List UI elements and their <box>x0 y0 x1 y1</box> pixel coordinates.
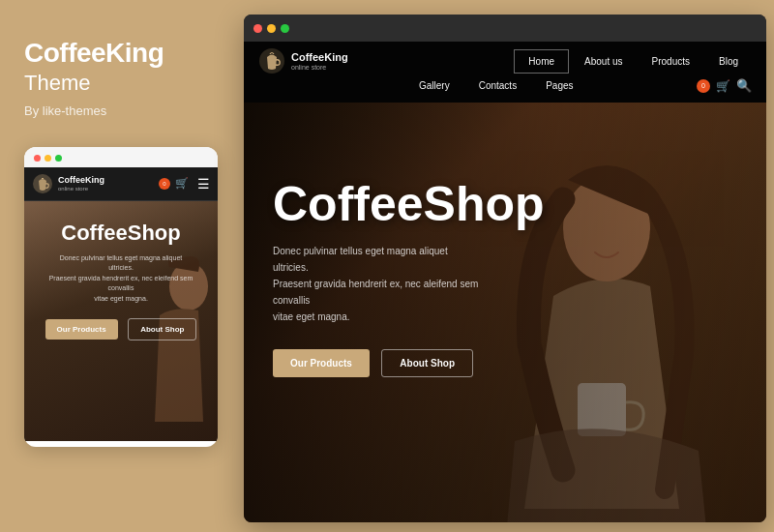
desktop-brand-name: CoffeeKing <box>291 51 348 63</box>
mobile-dot-red <box>34 155 41 162</box>
brand-title: CoffeeKing <box>24 39 164 69</box>
mobile-dot-yellow <box>45 155 51 162</box>
desktop-hero: CoffeeShop Donec pulvinar tellus eget ma… <box>244 103 766 522</box>
mobile-hamburger-icon[interactable]: ☰ <box>197 176 210 192</box>
brand-subtitle: Theme <box>24 71 90 96</box>
desktop-products-button[interactable]: Our Products <box>273 349 370 377</box>
mobile-cart-area: 0 🛒 ☰ <box>159 176 210 192</box>
desktop-dot-yellow <box>267 24 276 33</box>
desktop-nav-pages[interactable]: Pages <box>532 74 586 97</box>
desktop-nav-top: CoffeeKing online store Home About us Pr… <box>244 42 766 74</box>
mobile-navbar: CoffeeKing online store 0 🛒 ☰ <box>24 167 218 201</box>
desktop-nav-about[interactable]: About us <box>571 50 636 73</box>
mobile-cart-badge: 0 <box>159 178 170 190</box>
desktop-hero-desc: Donec pulvinar tellus eget magna aliquet… <box>273 243 486 325</box>
desktop-nav-row1: Home About us Products Blog <box>514 49 752 74</box>
desktop-logo-icon <box>258 47 285 74</box>
desktop-nav: CoffeeKing online store Home About us Pr… <box>244 42 766 103</box>
desktop-shop-button[interactable]: About Shop <box>381 349 473 377</box>
desktop-preview: CoffeeKing online store Home About us Pr… <box>244 15 766 522</box>
mobile-preview: CoffeeKing online store 0 🛒 ☰ CoffeeShop <box>24 147 218 447</box>
desktop-logo-area: CoffeeKing online store <box>258 47 348 74</box>
mobile-hero-desc: Donec pulvinar tellus eget magna aliquet… <box>36 253 206 305</box>
mobile-cart-icon: 🛒 <box>175 177 189 190</box>
desktop-nav-right: 0 🛒 🔍 <box>697 78 752 93</box>
mobile-logo-icon <box>32 173 53 194</box>
mobile-brand-sub: online store <box>58 186 104 192</box>
desktop-nav-contacts[interactable]: Contacts <box>465 74 530 97</box>
mobile-hero: CoffeeShop Donec pulvinar tellus eget ma… <box>24 201 218 441</box>
desktop-nav-blog[interactable]: Blog <box>705 50 752 73</box>
desktop-hero-buttons: Our Products About Shop <box>273 349 737 377</box>
desktop-titlebar <box>244 15 766 42</box>
desktop-dot-red <box>253 24 262 33</box>
mobile-titlebar <box>24 147 218 167</box>
mobile-hero-buttons: Our Products About Shop <box>36 315 206 343</box>
brand-by: By like-themes <box>24 103 106 118</box>
desktop-cart-icon[interactable]: 🛒 <box>716 79 730 93</box>
desktop-dot-green <box>281 24 289 33</box>
left-panel: CoffeeKing Theme By like-themes CoffeeKi… <box>0 0 240 532</box>
desktop-nav-gallery[interactable]: Gallery <box>405 74 463 97</box>
mobile-hero-title: CoffeeShop <box>36 221 206 246</box>
mobile-products-button[interactable]: Our Products <box>45 319 118 340</box>
desktop-cart-badge: 0 <box>697 79 710 93</box>
desktop-nav-products[interactable]: Products <box>639 50 703 73</box>
desktop-hero-title: CoffeeShop <box>273 180 737 228</box>
mobile-hero-content: CoffeeShop Donec pulvinar tellus eget ma… <box>24 201 218 356</box>
desktop-nav-home[interactable]: Home <box>514 49 569 74</box>
desktop-nav-row2: Gallery Contacts Pages 0 🛒 🔍 <box>244 74 766 103</box>
desktop-brand-sub: online store <box>291 64 348 71</box>
mobile-brand-name: CoffeeKing <box>58 176 104 186</box>
mobile-shop-button[interactable]: About Shop <box>128 318 196 340</box>
desktop-search-icon[interactable]: 🔍 <box>736 78 752 93</box>
desktop-hero-content: CoffeeShop Donec pulvinar tellus eget ma… <box>244 103 766 406</box>
mobile-dot-green <box>55 155 62 162</box>
